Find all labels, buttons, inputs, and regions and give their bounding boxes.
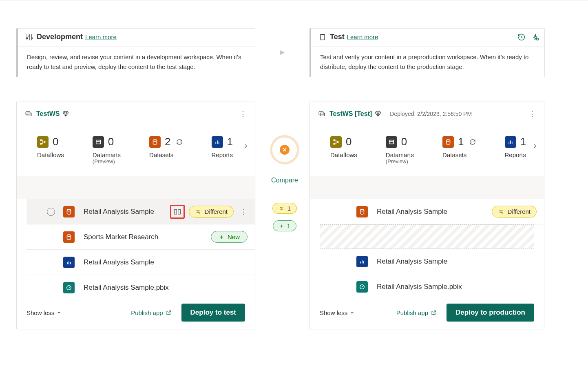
stat-datasets[interactable]: 1 Datasets [442,135,476,158]
svg-point-4 [40,140,42,141]
row-more-button[interactable]: ⋮ [240,207,248,216]
list-item[interactable]: Retail Analysis Sample Different ⋮ [27,199,255,224]
svg-rect-11 [178,209,180,214]
diamond-icon [374,110,382,118]
svg-rect-3 [27,113,31,116]
svg-point-8 [153,140,157,142]
compare-highlight-icon[interactable] [170,205,185,219]
stage-arrow-icon: ▶ [280,48,285,56]
workspace-icon [318,110,325,118]
svg-rect-14 [319,112,323,115]
history-icon[interactable] [517,33,526,41]
test-learn-more-link[interactable]: Learn more [347,33,378,40]
dataflow-icon [330,136,342,148]
dev-workspace-card: TestWS ⋮ 0 Dataflows 0 Datamarts (Previe… [16,102,255,329]
stat-dataflows[interactable]: 0 Dataflows [37,135,64,158]
publish-app-button[interactable]: Publish app [131,309,171,316]
dashboard-icon [356,281,368,293]
dataflow-icon [37,136,49,148]
deploy-to-production-button[interactable]: Deploy to production [447,304,534,322]
datamart-icon [386,136,397,148]
diamond-icon [62,110,69,118]
svg-rect-7 [96,140,101,144]
new-badge: New [211,231,248,243]
svg-rect-2 [26,112,30,115]
stats-next-button[interactable] [532,143,538,151]
new-count-pill[interactable]: 1 [273,220,296,231]
dataset-icon [63,206,75,217]
refresh-icon[interactable] [469,138,476,146]
settings-bolt-icon[interactable] [531,33,539,41]
deploy-to-test-button[interactable]: Deploy to test [181,304,245,322]
datamart-icon [93,136,104,148]
report-icon [356,256,368,267]
list-item[interactable]: Retail Analysis Sample Different [320,199,544,224]
different-badge: Different [492,206,537,217]
stat-reports[interactable]: 1 Reports [212,135,233,158]
dev-title: Development [37,33,83,41]
stat-dataflows[interactable]: 0 Dataflows [330,135,357,158]
svg-point-9 [67,209,71,211]
report-icon [505,136,516,148]
stat-datamarts[interactable]: 0 Datamarts (Preview) [386,135,414,164]
svg-rect-15 [320,113,325,116]
dataset-icon [63,231,75,243]
svg-point-17 [334,143,335,144]
stat-datasets[interactable]: 2 Datasets [149,135,183,158]
item-label: Retail Analysis Sample.pbix [84,284,248,292]
svg-rect-10 [174,209,177,214]
select-radio[interactable] [47,208,55,216]
svg-point-1 [537,38,539,40]
svg-point-18 [337,141,338,142]
svg-point-5 [40,143,42,144]
list-item[interactable]: Retail Analysis Sample.pbix [320,274,544,300]
diff-count-pill[interactable]: 1 [272,203,297,214]
dataset-icon [356,206,368,217]
svg-rect-19 [389,140,394,144]
svg-rect-0 [321,34,325,40]
dev-learn-more-link[interactable]: Learn more [85,33,117,40]
refresh-icon[interactable] [176,138,183,146]
empty-slot-placeholder [320,224,534,249]
test-stats-row: 0 Dataflows 0 Datamarts (Preview) 1 Data… [310,121,544,176]
deployed-timestamp: Deployed: 2/2/2023, 2:56:50 PM [390,111,472,117]
clipboard-icon [318,33,327,41]
dev-workspace-name[interactable]: TestWS [36,110,60,118]
svg-point-12 [67,235,71,237]
dev-card-more-button[interactable]: ⋮ [239,109,247,118]
publish-app-button[interactable]: Publish app [396,309,437,316]
item-label: Sports Market Research [84,233,211,241]
development-stage-header: Development Learn more Design, review, a… [16,28,255,77]
svg-point-20 [447,140,450,142]
svg-point-21 [360,209,364,211]
stat-reports[interactable]: 1 Reports [505,135,526,158]
test-workspace-name[interactable]: TestWS [Test] [329,110,372,118]
compare-spinner-icon[interactable]: ✕ [270,135,299,164]
test-title: Test [330,33,345,41]
dashboard-icon [63,282,75,293]
stat-datamarts[interactable]: 0 Datamarts (Preview) [93,135,121,164]
stats-next-button[interactable] [243,143,249,151]
different-badge: Different [189,206,234,217]
dataset-icon [442,136,454,148]
test-items-header-band [310,176,544,199]
item-label: Retail Analysis Sample.pbix [377,283,537,291]
report-icon [63,257,75,268]
compare-label[interactable]: Compare [271,177,298,184]
list-item[interactable]: Sports Market Research New [27,224,255,250]
item-label: Retail Analysis Sample [84,258,248,266]
svg-point-16 [334,140,335,141]
svg-point-6 [44,141,45,142]
dev-description: Design, review, and revise your content … [18,47,255,78]
item-label: Retail Analysis Sample [377,208,492,216]
dev-stats-row: 0 Dataflows 0 Datamarts (Preview) 2 Data… [17,121,255,176]
item-label: Retail Analysis Sample [84,208,170,216]
show-less-button[interactable]: Show less [27,309,62,316]
test-card-more-button[interactable]: ⋮ [528,109,536,118]
compare-column: ✕ Compare 1 1 [263,135,306,231]
item-label: Retail Analysis Sample [377,257,537,266]
show-less-button[interactable]: Show less [320,309,355,316]
list-item[interactable]: Retail Analysis Sample [320,249,544,274]
test-workspace-card: TestWS [Test] Deployed: 2/2/2023, 2:56:5… [309,102,544,329]
list-item[interactable]: Retail Analysis Sample [27,250,255,275]
